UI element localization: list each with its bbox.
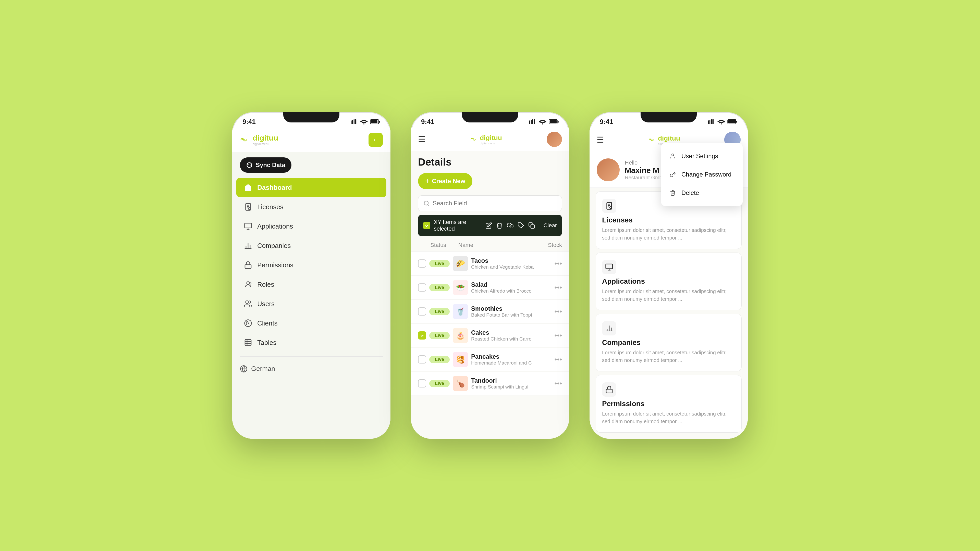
- food-info-2: Salad Chicken Alfredo with Brocco: [471, 281, 552, 294]
- svg-rect-45: [711, 119, 712, 124]
- phone-details: 9:41 ☰ digituu digital menu: [411, 112, 569, 439]
- search-input[interactable]: [433, 200, 557, 207]
- key-icon: [670, 171, 676, 178]
- food-thumb-1: 🌮: [453, 256, 468, 271]
- copy-icon[interactable]: [528, 222, 535, 229]
- food-list: Live 🌮 Tacos Chicken and Vegetable Keba …: [411, 252, 569, 439]
- svg-rect-2: [354, 119, 355, 124]
- card-icon-applications: [602, 260, 616, 274]
- card-title-companies: Companies: [602, 338, 735, 347]
- header-logo: digituu digital menu: [470, 134, 502, 145]
- more-button-1[interactable]: •••: [555, 259, 562, 268]
- nav-clients[interactable]: Clients: [236, 313, 387, 333]
- nav-roles[interactable]: Roles: [236, 275, 387, 294]
- nav-companies[interactable]: Companies: [236, 236, 387, 256]
- row-checkbox-6[interactable]: [418, 380, 426, 387]
- create-new-button[interactable]: + Create New: [418, 173, 473, 189]
- select-all-checkbox[interactable]: [423, 222, 430, 229]
- tag-icon[interactable]: [517, 222, 524, 229]
- status-icons-3: [708, 119, 738, 124]
- more-button-5[interactable]: •••: [555, 355, 562, 364]
- card-title-applications: Applications: [602, 277, 735, 286]
- logo-icon: [240, 136, 250, 143]
- tables-icon: [244, 338, 252, 347]
- sync-icon: [246, 162, 253, 168]
- header-tagline: digital menu: [480, 142, 502, 145]
- svg-rect-38: [558, 121, 558, 123]
- row-checkbox-3[interactable]: [418, 307, 426, 316]
- delete-icon[interactable]: [496, 222, 503, 229]
- more-button-4[interactable]: •••: [555, 331, 562, 340]
- nav-clients-label: Clients: [257, 319, 277, 327]
- language-selector[interactable]: German: [232, 361, 390, 377]
- svg-point-51: [672, 154, 674, 156]
- card-icon-licenses: [602, 199, 616, 213]
- more-button-6[interactable]: •••: [555, 380, 562, 387]
- time-1: 9:41: [242, 118, 256, 126]
- table-row: Live 🥤 Smoothies Baked Potato Bar with T…: [411, 300, 569, 324]
- food-desc-4: Roasted Chicken with Carro: [471, 336, 538, 342]
- nav-applications-label: Applications: [257, 222, 293, 230]
- col-status-header: Status: [430, 242, 458, 248]
- svg-rect-42: [531, 225, 535, 228]
- search-icon: [423, 200, 430, 206]
- create-new-label: Create New: [432, 178, 465, 185]
- upload-icon[interactable]: [507, 222, 514, 229]
- edit-icon[interactable]: [485, 222, 492, 229]
- user-icon: [670, 153, 676, 159]
- svg-rect-44: [710, 120, 711, 124]
- sync-button[interactable]: Sync Data: [240, 157, 291, 173]
- settings-card-permissions[interactable]: Permissions Lorem ipsum dolor sit amet, …: [596, 375, 741, 433]
- clear-button[interactable]: Clear: [543, 222, 557, 229]
- more-button-2[interactable]: •••: [555, 283, 562, 292]
- change-password-item[interactable]: Change Password: [661, 165, 743, 184]
- card-icon-companies: [602, 321, 616, 335]
- card-desc-applications: Lorem ipsum dolor sit amet, consetetur s…: [602, 287, 735, 303]
- row-checkbox-1[interactable]: [418, 259, 426, 268]
- time-3: 9:41: [600, 118, 613, 126]
- food-name-2: Salad: [471, 281, 552, 288]
- more-button-3[interactable]: •••: [555, 307, 562, 316]
- food-desc-1: Chicken and Vegetable Keba: [471, 264, 538, 270]
- food-desc-5: Homemade Macaroni and C: [471, 360, 538, 366]
- logo-tagline: digital menu: [253, 142, 269, 146]
- nav-users[interactable]: Users: [236, 294, 387, 313]
- status-badge-1: Live: [429, 260, 450, 267]
- svg-rect-46: [713, 119, 714, 124]
- row-checkbox-5[interactable]: [418, 355, 426, 364]
- nav-roles-label: Roles: [257, 281, 274, 289]
- nav-tables[interactable]: Tables: [236, 333, 387, 352]
- food-info-5: Pancakes Homemade Macaroni and C: [471, 353, 552, 366]
- delete-item[interactable]: Delete: [661, 184, 743, 202]
- nav-dashboard[interactable]: Dashboard: [236, 178, 387, 197]
- sidebar-content: digituu digital menu ← Sync Data Dashboa…: [232, 127, 390, 439]
- logo-brand: digituu: [253, 134, 278, 142]
- profile-large-avatar: [597, 159, 620, 181]
- table-row: Live 🍗 Tandoori Shrimp Scampi with Lingu…: [411, 372, 569, 395]
- row-checkbox-2[interactable]: [418, 283, 426, 292]
- nav-licenses[interactable]: Licenses: [236, 197, 387, 217]
- sidebar-header: digituu digital menu ←: [232, 127, 390, 152]
- search-bar[interactable]: [418, 195, 562, 211]
- settings-card-applications[interactable]: Applications Lorem ipsum dolor sit amet,…: [596, 252, 741, 310]
- nav-permissions[interactable]: Permissions: [236, 256, 387, 275]
- profile-brand: digituu: [658, 135, 680, 142]
- user-settings-label: User Settings: [681, 152, 718, 160]
- svg-point-4: [363, 124, 364, 124]
- row-checkbox-4[interactable]: [418, 331, 426, 340]
- svg-point-12: [248, 208, 250, 210]
- profile-hamburger[interactable]: ☰: [597, 135, 604, 144]
- user-settings-item[interactable]: User Settings: [661, 147, 743, 165]
- nav-applications[interactable]: Applications: [236, 217, 387, 236]
- status-icons-2: [529, 119, 559, 124]
- table-row: Live 🌮 Tacos Chicken and Vegetable Keba …: [411, 252, 569, 275]
- settings-card-companies[interactable]: Companies Lorem ipsum dolor sit amet, co…: [596, 314, 741, 372]
- collapse-button[interactable]: ←: [369, 133, 383, 147]
- user-avatar[interactable]: [547, 132, 562, 147]
- trash-icon: [670, 190, 676, 196]
- clients-icon: [244, 319, 252, 327]
- avatar-image: [547, 132, 562, 147]
- hamburger-button[interactable]: ☰: [418, 135, 425, 144]
- status-bar-3: 9:41: [590, 112, 748, 127]
- time-2: 9:41: [421, 118, 434, 126]
